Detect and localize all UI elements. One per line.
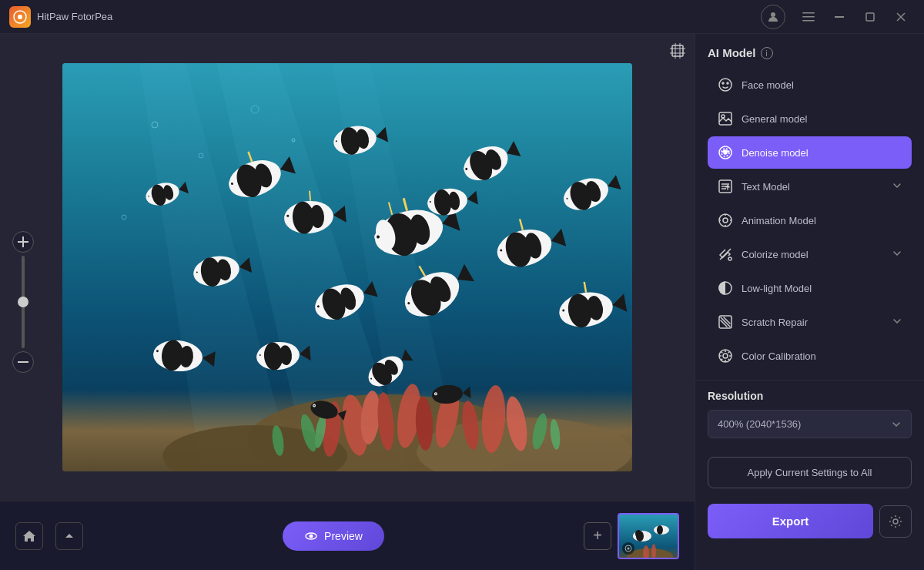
resolution-section: Resolution 400% (2040*1536) [695, 380, 924, 448]
svg-point-164 [657, 525, 663, 535]
apply-all-button[interactable]: Apply Current Settings to All [708, 457, 912, 488]
titlebar: HitPaw FotorPea [0, 0, 924, 34]
svg-point-183 [723, 218, 728, 223]
colorize-model-chevron [892, 248, 902, 261]
general-model-label: General model [742, 113, 902, 125]
image-thumbnail[interactable] [618, 513, 679, 559]
expand-button[interactable] [55, 522, 83, 550]
svg-rect-10 [672, 45, 683, 56]
svg-point-2 [771, 12, 775, 17]
export-button[interactable]: Export [708, 504, 873, 538]
preview-button[interactable]: Preview [283, 521, 384, 551]
color-calibration-icon [717, 347, 734, 364]
svg-point-158 [310, 534, 313, 538]
svg-point-184 [728, 257, 732, 260]
logo-icon [9, 6, 31, 28]
denoise-model-icon [717, 144, 734, 161]
preview-eye-icon [304, 529, 318, 543]
settings-icon [889, 515, 902, 528]
text-model-icon [717, 178, 734, 195]
lowlight-model-icon [717, 280, 734, 297]
fish-scene-svg [62, 63, 632, 471]
color-calibration-label: Color Calibration [742, 350, 902, 362]
export-settings-button[interactable] [879, 505, 912, 538]
resolution-title: Resolution [708, 390, 912, 402]
minimize-button[interactable] [825, 3, 853, 31]
svg-rect-4 [802, 16, 815, 18]
svg-rect-16 [18, 241, 28, 243]
user-icon[interactable] [761, 5, 785, 29]
svg-point-182 [719, 214, 732, 226]
model-item-face[interactable]: Face model [708, 69, 912, 101]
crop-icon[interactable] [670, 43, 685, 62]
home-button[interactable] [15, 522, 43, 550]
svg-point-162 [635, 530, 641, 538]
svg-rect-3 [802, 12, 815, 14]
resolution-value: 400% (2040*1536) [718, 418, 801, 430]
ai-model-title: AI Model [708, 46, 756, 59]
apply-section: Apply Current Settings to All [695, 448, 924, 498]
zoom-in-button[interactable] [12, 231, 34, 253]
animation-model-icon [717, 212, 734, 229]
lowlight-model-label: Low-light Model [742, 283, 902, 294]
app-logo: HitPaw FotorPea [9, 6, 112, 28]
animation-model-label: Animation Model [742, 215, 902, 226]
colorize-model-label: Colorize model [742, 249, 884, 260]
right-panel: AI Model i Face model [695, 34, 924, 570]
zoom-out-button[interactable] [12, 351, 34, 373]
svg-point-169 [627, 547, 629, 549]
export-section: Export [695, 498, 924, 551]
ai-model-header: AI Model i [708, 46, 912, 59]
main-image [62, 63, 632, 471]
add-image-button[interactable]: + [584, 522, 611, 550]
svg-line-61 [310, 191, 310, 201]
svg-point-170 [719, 79, 732, 91]
general-model-icon [717, 110, 734, 127]
svg-rect-5 [802, 20, 815, 22]
svg-rect-173 [719, 112, 732, 125]
preview-label: Preview [324, 530, 363, 542]
ai-model-section: AI Model i Face model [695, 34, 924, 380]
svg-point-188 [723, 354, 728, 358]
scratch-model-icon [717, 314, 734, 330]
bottom-bar: Preview + [0, 501, 695, 570]
app-title: HitPaw FotorPea [37, 11, 112, 22]
svg-point-1 [18, 15, 22, 19]
main-layout: Preview + [0, 34, 924, 570]
scratch-model-chevron [892, 316, 902, 329]
window-controls [761, 3, 915, 31]
scratch-model-label: Scratch Repair [742, 317, 884, 328]
menu-button[interactable] [795, 3, 822, 31]
thumbnail-area: + [584, 513, 679, 559]
model-item-general[interactable]: General model [708, 102, 912, 135]
svg-rect-17 [18, 361, 28, 363]
face-model-label: Face model [742, 79, 902, 91]
zoom-controls [12, 231, 34, 373]
canvas-area: Preview + [0, 34, 695, 570]
model-item-text[interactable]: Text Model [708, 170, 912, 203]
model-item-colorize[interactable]: Colorize model [708, 238, 912, 270]
colorize-model-icon [717, 246, 734, 263]
model-item-denoise[interactable]: Denoise model [708, 136, 912, 169]
model-item-animation[interactable]: Animation Model [708, 204, 912, 236]
model-item-lowlight[interactable]: Low-light Model [708, 272, 912, 304]
zoom-thumb [18, 297, 28, 307]
model-item-scratch[interactable]: Scratch Repair [708, 306, 912, 338]
text-model-label: Text Model [742, 181, 884, 193]
svg-point-172 [727, 82, 728, 84]
svg-point-189 [893, 519, 898, 524]
svg-point-171 [722, 82, 724, 84]
svg-point-176 [724, 151, 727, 154]
image-container [0, 34, 695, 501]
resolution-dropdown[interactable]: 400% (2040*1536) [708, 410, 912, 438]
info-icon[interactable]: i [761, 47, 773, 59]
svg-rect-6 [835, 16, 844, 18]
svg-point-167 [651, 544, 656, 559]
close-button[interactable] [887, 3, 915, 31]
zoom-slider[interactable] [22, 256, 25, 348]
model-item-color-calibration[interactable]: Color Calibration [708, 340, 912, 372]
svg-rect-7 [866, 13, 874, 21]
thumbnail-overlay [622, 542, 634, 555]
text-model-chevron [892, 180, 902, 193]
maximize-button[interactable] [856, 3, 884, 31]
